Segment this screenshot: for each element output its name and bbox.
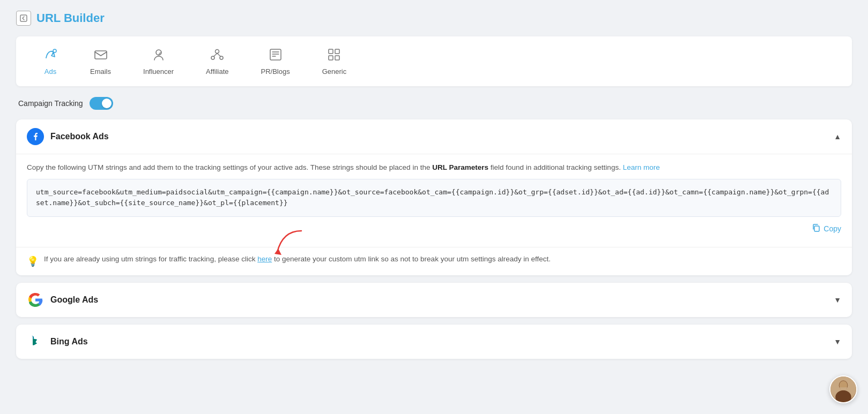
google-ads-chevron: ▼ <box>834 296 841 304</box>
tab-generic-label: Generic <box>322 67 347 76</box>
facebook-ads-section: Facebook Ads ▲ Copy the following UTM st… <box>16 119 852 275</box>
pr-blogs-icon <box>268 47 283 64</box>
here-link[interactable]: here <box>257 255 272 263</box>
copy-row: Copy <box>27 221 841 238</box>
bing-ads-title: Bing Ads <box>50 337 88 347</box>
svg-point-5 <box>216 50 219 54</box>
ads-icon <box>43 47 58 64</box>
svg-marker-17 <box>275 249 281 255</box>
warning-text: If you are already using utm strings for… <box>44 254 551 265</box>
warning-icon: 💡 <box>27 254 39 269</box>
user-avatar[interactable] <box>829 375 857 403</box>
affiliate-icon <box>210 47 225 64</box>
google-ads-header[interactable]: Google Ads ▼ <box>16 283 852 317</box>
facebook-ads-header[interactable]: Facebook Ads ▲ <box>16 119 852 154</box>
emails-icon <box>93 47 108 64</box>
tab-influencer-label: Influencer <box>143 67 174 76</box>
google-ads-header-left: Google Ads <box>27 291 98 308</box>
bing-ads-header-left: Bing Ads <box>27 333 88 350</box>
svg-rect-15 <box>335 56 339 60</box>
copy-label: Copy <box>824 224 841 233</box>
campaign-tracking-row: Campaign Tracking <box>16 97 852 110</box>
facebook-ads-description: Copy the following UTM strings and add t… <box>27 154 841 179</box>
tab-pr-blogs[interactable]: PR/Blogs <box>245 42 306 81</box>
svg-rect-8 <box>270 49 281 60</box>
copy-button[interactable]: Copy <box>812 223 841 234</box>
bing-ads-section: Bing Ads ▼ <box>16 325 852 359</box>
facebook-ads-title: Facebook Ads <box>50 132 109 141</box>
page-container: URL Builder Ads Emails <box>0 0 868 414</box>
tab-affiliate-label: Affiliate <box>206 67 228 76</box>
copy-icon <box>812 223 820 234</box>
tab-ads[interactable]: Ads <box>27 42 74 81</box>
svg-rect-12 <box>329 49 333 54</box>
campaign-tracking-toggle[interactable] <box>90 97 113 110</box>
svg-rect-16 <box>814 226 819 231</box>
bing-ads-chevron: ▼ <box>834 337 841 346</box>
utm-string-box: utm_source=facebook&utm_medium=paidsocia… <box>27 179 841 217</box>
page-header: URL Builder <box>16 11 852 26</box>
facebook-ads-header-left: Facebook Ads <box>27 128 109 145</box>
page-title: URL Builder <box>36 11 105 25</box>
tab-pr-blogs-label: PR/Blogs <box>261 67 290 76</box>
back-button[interactable] <box>16 11 31 26</box>
google-ads-section: Google Ads ▼ <box>16 283 852 317</box>
tab-emails-label: Emails <box>90 67 111 76</box>
learn-more-link[interactable]: Learn more <box>623 163 660 171</box>
facebook-ads-body: Copy the following UTM strings and add t… <box>16 154 852 247</box>
facebook-logo <box>27 128 44 145</box>
svg-point-7 <box>220 56 223 59</box>
svg-point-6 <box>211 56 214 59</box>
campaign-tracking-label: Campaign Tracking <box>18 99 83 108</box>
tab-influencer[interactable]: Influencer <box>127 42 190 81</box>
tab-ads-label: Ads <box>44 67 56 76</box>
tab-emails[interactable]: Emails <box>74 42 127 81</box>
generic-icon <box>327 47 342 64</box>
bing-logo <box>27 333 44 350</box>
tabs-container: Ads Emails Influencer <box>16 36 852 86</box>
bing-ads-header[interactable]: Bing Ads ▼ <box>16 325 852 359</box>
svg-rect-13 <box>335 49 339 54</box>
arrow-annotation-container: here <box>257 254 272 265</box>
svg-rect-0 <box>20 15 27 21</box>
tab-generic[interactable]: Generic <box>306 42 363 81</box>
google-ads-title: Google Ads <box>50 295 98 305</box>
influencer-icon <box>151 47 166 64</box>
avatar-image <box>830 377 856 402</box>
tab-affiliate[interactable]: Affiliate <box>190 42 244 81</box>
svg-rect-14 <box>329 56 333 60</box>
google-logo <box>27 291 44 308</box>
facebook-ads-chevron: ▲ <box>834 132 841 141</box>
warning-row: 💡 If you are already using utm strings f… <box>16 247 852 275</box>
svg-rect-2 <box>95 51 107 59</box>
